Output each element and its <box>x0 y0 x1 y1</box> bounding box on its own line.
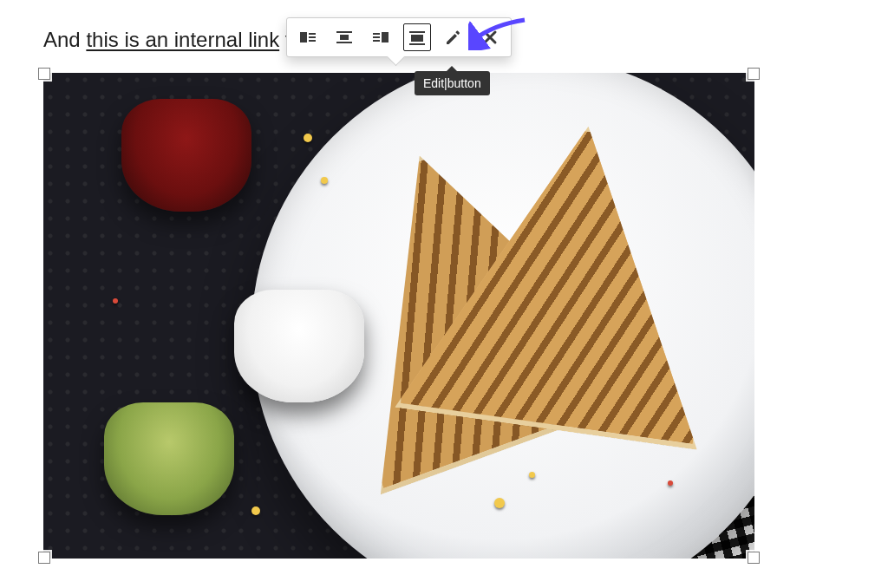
align-left-icon <box>299 29 317 46</box>
resize-handle-bottom-right[interactable] <box>748 552 760 564</box>
svg-rect-3 <box>309 40 316 42</box>
svg-rect-5 <box>340 35 349 40</box>
svg-rect-7 <box>382 32 388 42</box>
svg-rect-13 <box>409 43 425 45</box>
paragraph-text-before: And <box>43 28 86 51</box>
svg-rect-2 <box>309 36 316 38</box>
align-right-icon <box>372 29 389 46</box>
align-center-button[interactable] <box>330 23 358 51</box>
editor-canvas: And this is an internal link to the samp… <box>0 0 888 588</box>
align-left-button[interactable] <box>294 23 322 51</box>
svg-rect-10 <box>373 40 380 42</box>
resize-handle-top-right[interactable] <box>748 68 760 80</box>
align-none-button[interactable] <box>403 23 431 51</box>
align-center-icon <box>336 29 353 46</box>
resize-handle-top-left[interactable] <box>38 68 50 80</box>
edit-image-button[interactable] <box>440 23 467 51</box>
svg-rect-1 <box>309 33 316 35</box>
selected-image-block[interactable] <box>43 73 754 559</box>
svg-rect-8 <box>373 33 380 35</box>
align-right-button[interactable] <box>367 23 395 51</box>
resize-handle-bottom-left[interactable] <box>38 552 50 564</box>
svg-rect-6 <box>336 42 352 43</box>
svg-rect-0 <box>300 32 307 42</box>
remove-image-button[interactable] <box>476 23 504 51</box>
svg-rect-12 <box>411 35 423 42</box>
image-toolbar <box>286 17 512 57</box>
internal-link[interactable]: this is an internal link <box>86 28 279 51</box>
align-none-icon <box>408 29 426 46</box>
svg-rect-11 <box>409 31 425 33</box>
svg-rect-4 <box>336 31 352 33</box>
close-icon <box>481 29 499 46</box>
svg-rect-9 <box>373 36 380 38</box>
edit-button-tooltip: Edit|button <box>415 71 490 95</box>
pencil-icon <box>445 29 462 46</box>
image-content <box>43 73 754 559</box>
